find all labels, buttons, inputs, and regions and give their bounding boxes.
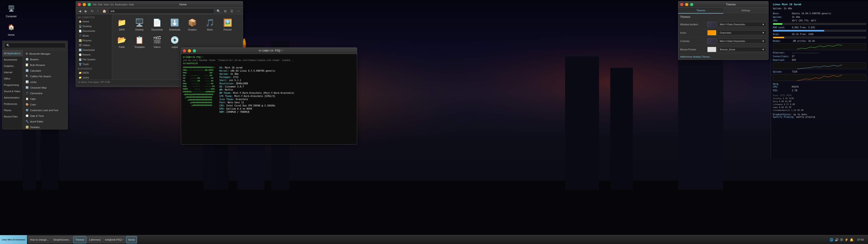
themes-mouse-value[interactable]: Breeze_Snow ▼: [718, 47, 767, 52]
fm-file-documents[interactable]: 📄 Documents: [149, 16, 165, 32]
themes-tab-settings[interactable]: Settings: [723, 8, 768, 13]
themes-min-btn[interactable]: [685, 3, 688, 6]
fm-forward-btn[interactable]: ▶: [84, 9, 89, 13]
taskbar-item-themes[interactable]: Themes: [73, 236, 86, 243]
sidebar-desktop[interactable]: 🖥️ Desktop: [76, 24, 112, 29]
themes-add-remove-link[interactable]: Add/remove desktop Themes...: [680, 56, 767, 58]
fm-reload-btn[interactable]: ↻: [90, 9, 95, 13]
category-all-apps[interactable]: All Applications: [2, 50, 23, 57]
fm-file-music[interactable]: 🎵 Music: [202, 16, 218, 32]
app-clementine[interactable]: 🎵 Clementine: [24, 90, 67, 96]
terminal-min-btn[interactable]: [188, 49, 191, 53]
app-clipit[interactable]: 📋 Clipit: [24, 96, 67, 102]
fm-file-public[interactable]: 📂 Public: [114, 34, 130, 49]
fm-file-videos[interactable]: 🎬 Videos: [149, 34, 165, 49]
terminal-content[interactable]: erik@erik-PSQ:~ [oh-my-zsh] Random theme…: [181, 54, 357, 144]
fm-menu-edit[interactable]: Edit: [98, 3, 102, 6]
app-desklets[interactable]: 🖼️ Desklets: [24, 124, 67, 129]
category-preferences[interactable]: Preferences: [2, 101, 23, 107]
file-manager-min-btn[interactable]: [83, 3, 86, 6]
svg-rect-9: [565, 57, 599, 190]
category-programming[interactable]: Programming: [2, 82, 23, 88]
app-menu-search-input[interactable]: [4, 43, 66, 48]
sidebar-bookmark-data[interactable]: 📁 DATA: [76, 70, 112, 75]
fm-file-data[interactable]: 📁 DATA: [114, 16, 130, 32]
category-administration[interactable]: Administration: [2, 94, 23, 101]
fm-back-btn[interactable]: ◀: [77, 9, 83, 13]
category-places[interactable]: Places: [2, 107, 23, 114]
tray-notify-icon[interactable]: 🔔: [850, 238, 854, 242]
app-dconf[interactable]: 🔧 dconf Editor: [24, 119, 67, 124]
app-color[interactable]: 🎨 Color: [24, 102, 67, 107]
fm-grid-view-btn[interactable]: ⊞: [223, 9, 228, 13]
fm-file-pictures[interactable]: 🖼️ Pictures: [220, 16, 236, 32]
sidebar-bookmark-icons[interactable]: 📁 .icons: [76, 75, 112, 80]
sidebar-documents[interactable]: 📄 Documents: [76, 29, 112, 33]
category-sound-video[interactable]: Sound & Video: [2, 88, 23, 94]
app-customize[interactable]: ⚙️ Customize Look and Feel: [24, 107, 67, 113]
tray-bluetooth-icon[interactable]: ⦿: [840, 238, 843, 242]
fm-up-btn[interactable]: ↑: [96, 9, 100, 13]
terminal-max-btn[interactable]: [193, 49, 196, 53]
category-recent-files[interactable]: Recent Files: [2, 114, 23, 120]
app-bluetooth-manager[interactable]: ⦿ Bluetooth Manager: [24, 51, 67, 57]
fm-file-desktop[interactable]: 🖥️ Desktop: [131, 16, 147, 32]
terminal-close-btn[interactable]: [183, 49, 186, 53]
sidebar-music[interactable]: 🎵 Music: [76, 33, 112, 38]
themes-window-borders-value[interactable]: Mint-Y-Dark-Oranchelo ▼: [718, 22, 767, 27]
sidebar-pictures[interactable]: 🖼️ Pictures: [76, 38, 112, 43]
sidebar-videos[interactable]: 🎬 Videos: [76, 43, 112, 48]
fm-home-quick-btn[interactable]: 🏠: [101, 9, 107, 13]
themes-icons-value[interactable]: Oranchelo ▼: [718, 30, 767, 35]
tray-network-icon[interactable]: 🌐: [830, 238, 833, 242]
taskbar-item-themes-dir[interactable]: 1.[themes]: [87, 236, 102, 243]
fm-menu-go[interactable]: Go: [110, 3, 114, 6]
terminal-line-screenfetch: screenfetch: [183, 62, 355, 65]
fm-menu-file[interactable]: File: [93, 3, 97, 6]
sidebar-trash[interactable]: 🗑️ Trash: [76, 62, 112, 67]
category-accessories[interactable]: Accessories: [2, 57, 23, 63]
category-graphics[interactable]: Graphics: [2, 63, 23, 69]
fm-menu-view[interactable]: View: [104, 3, 109, 6]
sysinfo-uptime-val: 1h 46m: [792, 16, 800, 19]
app-catfish[interactable]: 🔍 Catfish File Search: [24, 73, 67, 79]
taskbar-item-simplescreen[interactable]: SimpleScreen...: [51, 236, 73, 243]
fm-file-output[interactable]: 💿 output: [167, 34, 183, 49]
themes-controls-value[interactable]: Mint-Y-Dark-Oranchelo ▼: [718, 39, 767, 43]
tray-power-icon[interactable]: ⚡: [844, 238, 848, 242]
fm-list-view-btn[interactable]: ☰: [229, 9, 235, 13]
tray-volume-icon[interactable]: 🔊: [835, 238, 839, 242]
fm-path-bar[interactable]: erik: [108, 8, 214, 13]
file-manager-close-btn[interactable]: [78, 3, 81, 6]
fm-more-btn[interactable]: ⋯: [236, 9, 241, 13]
themes-close-btn[interactable]: [680, 3, 683, 6]
sidebar-home[interactable]: 🏠 Home: [76, 19, 112, 24]
fm-file-dropbox[interactable]: 📦 Dropbox: [184, 16, 200, 32]
app-date-time[interactable]: 🕐 Date & Time: [24, 113, 67, 119]
themes-max-btn[interactable]: [690, 3, 693, 6]
taskbar-item-home[interactable]: Home: [126, 236, 137, 243]
file-manager-max-btn[interactable]: [88, 3, 91, 6]
desktop-icon-home[interactable]: 🏠 Home: [2, 21, 20, 37]
app-calculator[interactable]: 🔢 Calculator: [24, 68, 67, 73]
desktop-icon-computer[interactable]: 🖥️ Computer: [2, 2, 20, 19]
fm-file-downloads[interactable]: ⬇️ Downloads: [167, 16, 183, 32]
taskbar-start-button[interactable]: Linux Mint 18 Cinnamon: [0, 235, 27, 244]
category-internet[interactable]: Internet: [2, 69, 23, 75]
app-bulk-rename[interactable]: 📝 Bulk Rename: [24, 62, 67, 68]
themes-tab-themes[interactable]: Themes: [678, 8, 723, 13]
sidebar-recent[interactable]: 🕐 Recent: [76, 53, 112, 57]
sidebar-filesystem[interactable]: 💾 File System: [76, 57, 112, 62]
fm-search-btn[interactable]: 🔍: [215, 9, 222, 13]
app-conky[interactable]: 📊 conky: [24, 79, 67, 85]
fm-menu-help[interactable]: Help: [129, 3, 134, 6]
taskbar-item-how-to-change[interactable]: How to change...: [28, 236, 51, 243]
taskbar-item-terminal[interactable]: erik@erik-PSQ:~: [103, 236, 126, 243]
taskbar-clock[interactable]: 07:59: [855, 238, 866, 241]
sidebar-downloads[interactable]: ⬇️ Downloads: [76, 48, 112, 53]
app-brasero[interactable]: 💿 Brasero: [24, 57, 67, 62]
app-character-map[interactable]: 🔤 Character Map: [24, 85, 67, 90]
fm-menu-bookmarks[interactable]: Bookmarks: [115, 3, 127, 6]
category-office[interactable]: Office: [2, 75, 23, 82]
fm-file-templates[interactable]: 📋 Templates: [131, 34, 147, 49]
